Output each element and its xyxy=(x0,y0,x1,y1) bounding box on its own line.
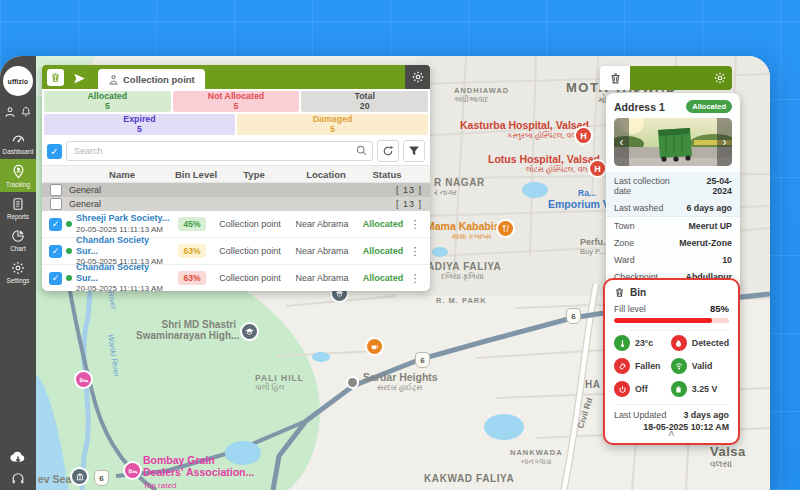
flame-icon xyxy=(671,335,687,351)
search-input[interactable] xyxy=(66,141,373,161)
restaurant-icon[interactable] xyxy=(498,221,513,236)
row-status: Allocated xyxy=(358,219,408,229)
row-menu-button[interactable]: ⋮ xyxy=(408,245,422,258)
user-icon[interactable] xyxy=(4,106,16,118)
headset-support-icon[interactable] xyxy=(10,472,26,486)
map-label-r-nagar: R NAGARર નાગર xyxy=(434,177,485,198)
group-row[interactable]: General [ 13 ] xyxy=(42,183,430,197)
sensor-grid: 23°c Detected Fallen Valid Off xyxy=(614,330,729,405)
fill-level-value: 85% xyxy=(710,303,729,314)
hospital-icon[interactable]: H xyxy=(590,161,605,176)
temperature-sensor: 23°c xyxy=(614,335,669,351)
detail-settings-button[interactable] xyxy=(714,72,726,84)
field-ward: Ward10 xyxy=(614,251,732,268)
battery-sensor: 3.25 V xyxy=(671,381,729,397)
pie-chart-icon xyxy=(11,229,25,243)
map-label-ha-partial: HA xyxy=(585,379,601,390)
power-icon xyxy=(614,381,630,397)
thermometer-icon xyxy=(614,335,630,351)
status-dot xyxy=(66,248,72,254)
sidebar-item-reports[interactable]: Reports xyxy=(0,192,36,224)
filter-button[interactable] xyxy=(403,140,425,162)
tab-collection-point[interactable]: Collection point xyxy=(98,69,205,89)
bin-level-badge: 63% xyxy=(178,244,205,258)
row-status: Allocated xyxy=(358,273,408,283)
group-checkbox[interactable] xyxy=(50,184,62,196)
bin-tab-button[interactable] xyxy=(47,69,64,86)
sidebar-item-dashboard[interactable]: Dashboard xyxy=(0,126,36,159)
status-dot xyxy=(66,221,72,227)
sidebar-nav: Dashboard Tracking Reports Chart Setting… xyxy=(0,126,36,288)
row-date: 20-05-2025 11:11:13 AM xyxy=(76,225,163,234)
column-bin-level[interactable]: Bin Level xyxy=(174,169,218,180)
settings-gear-icon xyxy=(11,261,25,275)
status-dot xyxy=(66,275,72,281)
row-type: Collection point xyxy=(214,246,286,256)
map-label-kasturba-hospital: Kasturba Hospital, Valsadકસ્તુરબા હોસ્પિ… xyxy=(460,119,589,141)
signal-sensor: Valid xyxy=(671,358,729,374)
search-row: ✓ xyxy=(42,137,430,165)
carousel-prev-button[interactable]: ‹ xyxy=(614,118,629,166)
map-label-bombay-grain: Bombay GrainDealers' Association... Top … xyxy=(143,454,254,490)
panel-settings-button[interactable] xyxy=(405,65,430,89)
trash-icon xyxy=(50,72,61,83)
column-location[interactable]: Location xyxy=(290,169,362,180)
field-town: TownMeerut UP xyxy=(614,217,732,234)
column-name[interactable]: Name xyxy=(70,169,174,180)
refresh-button[interactable] xyxy=(377,140,399,162)
sidebar-item-chart[interactable]: Chart xyxy=(0,224,36,256)
map-label-shastri-school: Shri MD ShastriSwaminarayan High... xyxy=(136,319,236,341)
row-name-link[interactable]: Chandan Society Sur... xyxy=(76,235,149,256)
battery-icon xyxy=(671,381,687,397)
row-menu-button[interactable]: ⋮ xyxy=(408,272,422,285)
column-type[interactable]: Type xyxy=(218,169,290,180)
row-checkbox[interactable]: ✓ xyxy=(49,218,62,231)
collection-point-icon xyxy=(108,74,119,85)
map-label-andhiawad: ANDHIAWADઅંધીઆવાદ xyxy=(454,86,509,105)
bell-icon[interactable] xyxy=(20,106,32,118)
group-checkbox[interactable] xyxy=(50,198,62,210)
hotel-icon[interactable] xyxy=(76,372,91,387)
hotel-icon[interactable] xyxy=(125,463,140,478)
last-updated-row: Last Updated 3 days ago xyxy=(614,405,729,420)
cafe-icon[interactable] xyxy=(367,339,382,354)
stat-allocated: Allocated5 xyxy=(44,91,171,112)
sidebar-item-settings[interactable]: Settings xyxy=(0,256,36,288)
app-logo[interactable]: uffizio xyxy=(3,66,33,96)
school-icon[interactable] xyxy=(242,324,257,339)
sidebar: uffizio Dashboard Tracking Reports xyxy=(0,56,36,490)
route-6-shield: 6 xyxy=(415,352,430,368)
map-label-mama-kababis: Mama Kababisમામા કબાબ્સ xyxy=(426,220,500,242)
row-menu-button[interactable]: ⋮ xyxy=(408,218,422,231)
table-row[interactable]: ✓ Chandan Society Sur...20-05-2025 11:11… xyxy=(42,265,430,291)
trash-icon xyxy=(609,72,622,85)
bin-card-title: Bin xyxy=(630,287,646,298)
collapse-chevron[interactable]: ^ xyxy=(614,432,729,440)
sardar-heights-poi-dot[interactable] xyxy=(348,378,357,387)
carousel-next-button[interactable]: › xyxy=(717,118,732,166)
fire-sensor: Detected xyxy=(671,335,729,351)
hospital-icon[interactable]: H xyxy=(576,128,591,143)
power-sensor: Off xyxy=(614,381,669,397)
cloud-download-icon[interactable] xyxy=(9,450,27,464)
column-status[interactable]: Status xyxy=(362,169,412,180)
museum-icon[interactable] xyxy=(72,469,87,484)
row-name-link[interactable]: Shreeji Park Society... xyxy=(76,213,169,223)
sidebar-item-tracking[interactable]: Tracking xyxy=(0,159,36,192)
tracking-pin-icon xyxy=(11,164,26,179)
search-icon xyxy=(355,144,368,157)
row-name-link[interactable]: Chandan Society Sur... xyxy=(76,262,149,283)
row-checkbox[interactable]: ✓ xyxy=(49,272,62,285)
route-6-shield: 6 xyxy=(566,308,581,324)
stats-row-1: Allocated5 Not Allocated5 Total20 xyxy=(42,89,430,113)
gear-icon xyxy=(412,71,424,83)
bin-detail-tab[interactable] xyxy=(600,66,630,90)
select-all-checkbox[interactable]: ✓ xyxy=(47,144,62,159)
group-row[interactable]: General [ 13 ] xyxy=(42,197,430,211)
collection-point-panel: Collection point Allocated5 Not Allocate… xyxy=(42,65,430,291)
navigation-arrow-icon[interactable] xyxy=(73,72,86,85)
table-header: Name Bin Level Type Location Status xyxy=(42,165,430,183)
bin-photo xyxy=(614,118,732,166)
dashboard-icon xyxy=(11,131,26,146)
row-checkbox[interactable]: ✓ xyxy=(49,245,62,258)
